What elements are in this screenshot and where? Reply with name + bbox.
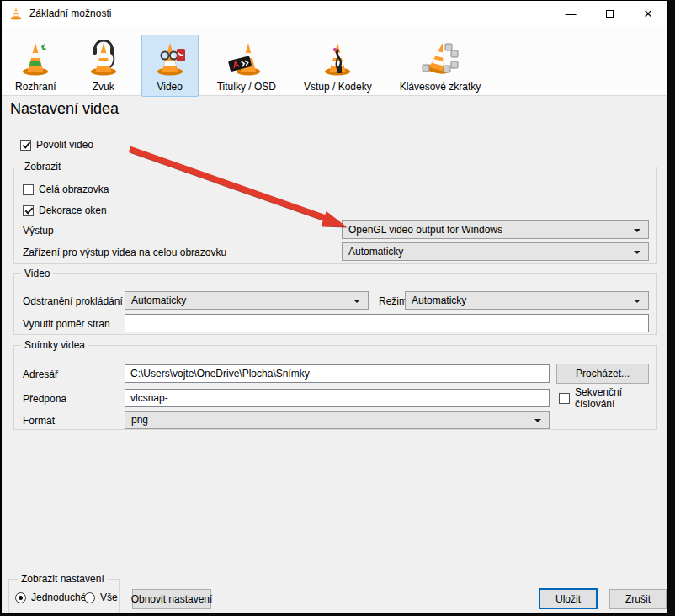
subtitles-cone-icon bbox=[227, 40, 266, 79]
tab-video[interactable]: Video bbox=[141, 35, 199, 97]
group-title: Zobrazit bbox=[21, 161, 64, 173]
hotkeys-cone-icon bbox=[421, 40, 460, 79]
close-button[interactable]: ✕ bbox=[629, 1, 667, 26]
interface-cone-icon bbox=[16, 40, 55, 79]
button-label: Zrušit bbox=[625, 593, 651, 605]
group-title: Snímky videa bbox=[21, 339, 88, 351]
window-title: Základní možnosti bbox=[29, 8, 111, 19]
tab-subtitles-osd[interactable]: Titulky / OSD bbox=[208, 35, 285, 97]
display-group: Zobrazit Celá obrazovka Dekorace oken Vý… bbox=[13, 167, 657, 264]
vlc-cone-icon bbox=[9, 7, 23, 20]
button-label: Obnovit nastavení bbox=[131, 593, 213, 605]
dropdown-value: Automaticky bbox=[412, 295, 466, 306]
heading-divider bbox=[10, 125, 662, 125]
tab-label: Video bbox=[157, 81, 182, 93]
tab-label: Rozhraní bbox=[15, 81, 56, 93]
checkbox-icon bbox=[20, 140, 31, 151]
sequential-numbering-checkbox[interactable]: Sekvenční číslování bbox=[559, 391, 656, 405]
group-title: Zobrazit nastavení bbox=[18, 573, 108, 585]
fullscreen-checkbox[interactable]: Celá obrazovka bbox=[23, 183, 109, 196]
button-label: Uložit bbox=[555, 593, 581, 605]
window-decorations-checkbox[interactable]: Dekorace oken bbox=[23, 204, 107, 217]
preferences-window: Základní možnosti — ✕ Rozhraní bbox=[0, 0, 668, 614]
radio-icon bbox=[84, 592, 95, 603]
checkbox-label: Sekvenční číslování bbox=[575, 386, 656, 410]
page-title: Nastavení videa bbox=[10, 100, 119, 118]
deinterlace-label: Odstranění prokládání bbox=[23, 295, 123, 308]
input-codecs-cone-icon bbox=[318, 40, 357, 79]
force-aspect-input[interactable] bbox=[125, 314, 649, 332]
deinterlace-mode-dropdown[interactable]: Automaticky bbox=[405, 291, 649, 310]
simple-settings-radio[interactable]: Jednoduché bbox=[15, 591, 86, 604]
snapshot-prefix-label: Předpona bbox=[23, 392, 66, 406]
tab-label: Klávesové zkratky bbox=[400, 81, 481, 93]
video-group: Video Odstranění prokládání Automaticky … bbox=[13, 273, 657, 335]
checkbox-icon bbox=[23, 205, 34, 216]
tab-hotkeys[interactable]: Klávesové zkratky bbox=[391, 35, 491, 97]
tab-label: Zvuk bbox=[93, 81, 114, 93]
tab-interface[interactable]: Rozhraní bbox=[6, 35, 66, 97]
snapshot-format-label: Formát bbox=[23, 414, 55, 427]
reset-settings-button[interactable]: Obnovit nastavení bbox=[132, 589, 211, 609]
fullscreen-device-label: Zařízení pro výstup videa na celou obraz… bbox=[23, 246, 226, 259]
tab-input-codecs[interactable]: Vstup / Kodeky bbox=[295, 35, 381, 97]
radio-label: Jednoduché bbox=[31, 592, 86, 603]
snapshot-directory-label: Adresář bbox=[23, 368, 58, 381]
checkbox-label: Povolit video bbox=[36, 139, 93, 151]
maximize-button[interactable] bbox=[590, 1, 629, 26]
button-label: Procházet... bbox=[576, 368, 630, 380]
dropdown-value: Automaticky bbox=[131, 295, 186, 306]
snapshot-prefix-input[interactable] bbox=[125, 389, 550, 407]
dropdown-value: Automaticky bbox=[348, 246, 403, 258]
checkbox-label: Dekorace oken bbox=[39, 204, 107, 216]
snapshot-directory-input[interactable] bbox=[125, 364, 550, 383]
minimize-button[interactable]: — bbox=[551, 1, 590, 26]
checkbox-icon bbox=[23, 184, 34, 195]
preferences-toolbar: Rozhraní Zvuk bbox=[2, 26, 667, 96]
cancel-button[interactable]: Zrušit bbox=[609, 589, 667, 609]
fullscreen-device-dropdown[interactable]: Automaticky bbox=[342, 242, 649, 261]
show-settings-group: Zobrazit nastavení Jednoduché Vše bbox=[8, 579, 120, 613]
title-bar: Základní možnosti — ✕ bbox=[2, 1, 667, 26]
tab-label: Titulky / OSD bbox=[217, 81, 276, 93]
enable-video-checkbox[interactable]: Povolit video bbox=[20, 138, 93, 151]
tab-label: Vstup / Kodeky bbox=[304, 81, 372, 93]
deinterlace-mode-label: Režim bbox=[379, 295, 407, 308]
group-title: Video bbox=[21, 268, 53, 279]
checkbox-icon bbox=[559, 393, 570, 404]
video-output-dropdown[interactable]: OpenGL video output for Windows bbox=[342, 220, 649, 239]
snapshot-format-dropdown[interactable]: png bbox=[125, 411, 550, 429]
radio-label: Vše bbox=[100, 592, 118, 603]
video-cone-icon bbox=[151, 40, 189, 79]
all-settings-radio[interactable]: Vše bbox=[84, 591, 118, 604]
audio-cone-icon bbox=[84, 40, 123, 79]
radio-icon bbox=[15, 592, 26, 603]
maximize-icon bbox=[606, 10, 614, 18]
force-aspect-label: Vynutit poměr stran bbox=[23, 317, 110, 331]
checkbox-label: Celá obrazovka bbox=[39, 183, 109, 195]
browse-button[interactable]: Procházet... bbox=[556, 364, 649, 384]
dropdown-value: png bbox=[131, 414, 148, 426]
dropdown-value: OpenGL video output for Windows bbox=[348, 224, 502, 236]
tab-audio[interactable]: Zvuk bbox=[75, 35, 132, 97]
deinterlace-dropdown[interactable]: Automaticky bbox=[125, 291, 369, 310]
snapshots-group: Snímky videa Adresář Procházet... Předpo… bbox=[13, 345, 657, 430]
save-button[interactable]: Uložit bbox=[539, 588, 598, 609]
output-label: Výstup bbox=[23, 224, 54, 237]
